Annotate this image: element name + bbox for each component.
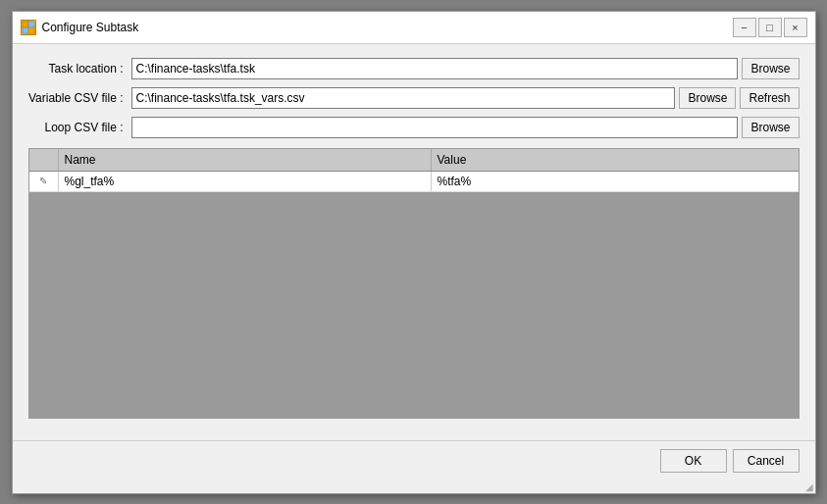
minimize-button[interactable]: −	[733, 18, 756, 37]
dialog-footer: OK Cancel	[13, 440, 815, 480]
svg-rect-0	[23, 22, 28, 27]
table-empty-area	[29, 192, 799, 418]
browse-loop-button[interactable]: Browse	[742, 117, 799, 138]
table-header: Name Value	[29, 149, 799, 172]
row-name: %gl_tfa%	[59, 172, 432, 191]
variable-csv-label: Variable CSV file :	[28, 91, 131, 105]
svg-rect-1	[28, 22, 34, 27]
variable-csv-row: Variable CSV file : Browse Refresh	[28, 87, 800, 109]
title-bar-buttons: − □ ×	[733, 18, 807, 37]
loop-csv-label: Loop CSV file :	[28, 121, 131, 134]
loop-csv-input[interactable]	[131, 117, 739, 138]
table-row[interactable]: ✎ %gl_tfa% %tfa%	[29, 172, 799, 192]
window-icon	[21, 20, 36, 35]
col-header-icon	[29, 149, 59, 171]
row-value: %tfa%	[432, 172, 799, 191]
task-location-input[interactable]	[131, 58, 739, 79]
resize-icon: ◢	[805, 481, 813, 492]
task-location-row: Task location : Browse	[28, 58, 800, 79]
maximize-button[interactable]: □	[758, 18, 782, 37]
close-button[interactable]: ×	[784, 18, 807, 37]
task-location-label: Task location :	[28, 62, 131, 76]
window-title: Configure Subtask	[42, 21, 139, 34]
dialog-content: Task location : Browse Variable CSV file…	[13, 44, 815, 440]
svg-rect-3	[28, 27, 34, 33]
configure-subtask-window: Configure Subtask − □ × Task location : …	[12, 11, 816, 494]
resize-handle[interactable]: ◢	[13, 480, 815, 493]
title-bar-left: Configure Subtask	[21, 20, 139, 35]
title-bar: Configure Subtask − □ ×	[13, 12, 815, 44]
cancel-button[interactable]: Cancel	[733, 449, 800, 473]
svg-rect-2	[23, 27, 28, 33]
variable-csv-input[interactable]	[131, 87, 676, 109]
row-icon: ✎	[29, 172, 59, 191]
col-header-name: Name	[59, 149, 432, 171]
browse-task-button[interactable]: Browse	[742, 58, 799, 79]
table-body: ✎ %gl_tfa% %tfa%	[29, 172, 799, 418]
variables-table: Name Value ✎ %gl_tfa% %tfa%	[28, 148, 800, 419]
browse-csv-button[interactable]: Browse	[679, 87, 736, 109]
col-header-value: Value	[432, 149, 799, 171]
refresh-button[interactable]: Refresh	[740, 87, 799, 109]
ok-button[interactable]: OK	[660, 449, 727, 473]
loop-csv-row: Loop CSV file : Browse	[28, 117, 800, 138]
